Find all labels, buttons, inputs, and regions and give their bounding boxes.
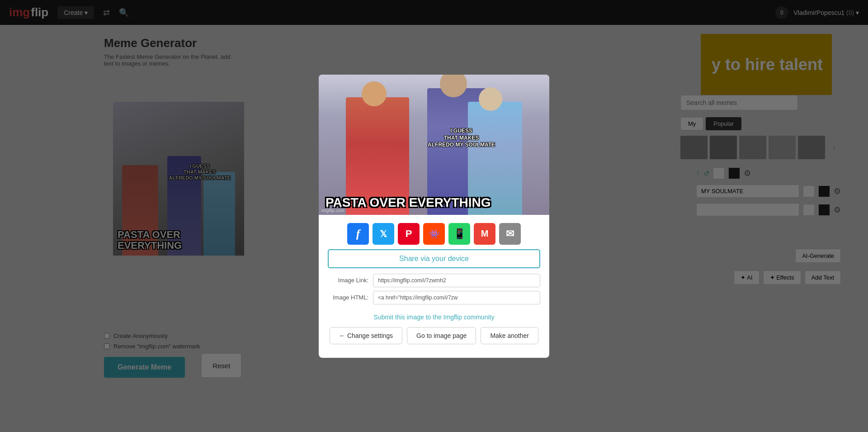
- image-html-label: Image HTML:: [328, 294, 368, 301]
- share-modal: PASTA OVER EVERYTHING I GUESS THAT MAKES…: [319, 75, 549, 358]
- image-link-row: Image Link:: [328, 274, 540, 287]
- submit-community-link[interactable]: Submit this image to the Imgflip communi…: [319, 311, 549, 327]
- image-html-input[interactable]: [373, 291, 540, 304]
- twitter-icon: 𝕏: [380, 228, 387, 239]
- share-reddit-button[interactable]: 👾: [423, 223, 445, 245]
- pinterest-icon: P: [406, 228, 412, 240]
- share-twitter-button[interactable]: 𝕏: [373, 223, 394, 245]
- share-device-button[interactable]: Share via your device: [328, 249, 540, 268]
- modal-watermark: imgflip.com: [321, 208, 344, 213]
- image-link-label: Image Link:: [328, 277, 368, 284]
- reddit-icon: 👾: [429, 228, 440, 239]
- image-link-input[interactable]: [373, 274, 540, 287]
- facebook-icon: f: [356, 227, 360, 241]
- share-pinterest-button[interactable]: P: [398, 223, 420, 245]
- modal-meme-text-bottom: PASTA OVER EVERYTHING: [326, 196, 491, 209]
- modal-meme-image: PASTA OVER EVERYTHING I GUESS THAT MAKES…: [319, 75, 549, 215]
- link-section: Image Link: Image HTML:: [319, 268, 549, 311]
- modal-action-row: ← Change settings Go to image page Make …: [319, 327, 549, 344]
- image-html-row: Image HTML:: [328, 291, 540, 304]
- social-share-row: f 𝕏 P 👾 📱 M ✉: [319, 215, 549, 249]
- gmail-icon: M: [481, 228, 489, 239]
- share-whatsapp-button[interactable]: 📱: [448, 223, 470, 245]
- go-to-image-page-button[interactable]: Go to image page: [407, 327, 476, 344]
- change-settings-button[interactable]: ← Change settings: [330, 327, 402, 344]
- modal-meme-text-mid: I GUESS THAT MAKES ALFREDO MY SOULMATE: [428, 128, 495, 149]
- share-gmail-button[interactable]: M: [474, 223, 495, 245]
- share-email-button[interactable]: ✉: [499, 223, 521, 245]
- share-facebook-button[interactable]: f: [347, 223, 369, 245]
- make-another-button[interactable]: Make another: [481, 327, 538, 344]
- whatsapp-icon: 📱: [453, 228, 466, 240]
- email-icon: ✉: [506, 228, 514, 240]
